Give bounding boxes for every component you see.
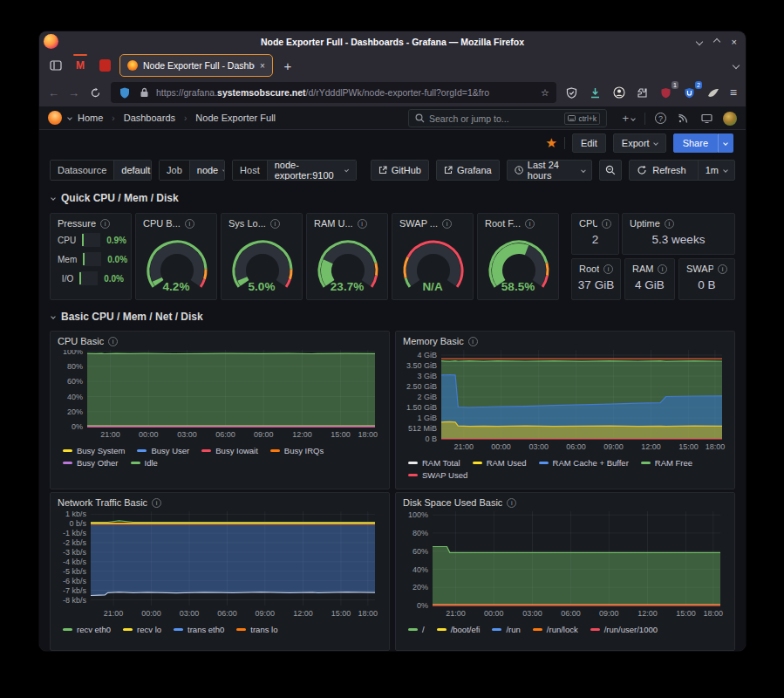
menu-icon[interactable]: ≡: [730, 86, 737, 99]
new-button[interactable]: +: [622, 112, 635, 125]
job-picker[interactable]: Job node: [159, 160, 225, 181]
info-icon[interactable]: i: [603, 264, 613, 274]
password-manager-icon[interactable]: 1: [659, 86, 673, 99]
host-value: node-exporter:9100: [275, 160, 341, 181]
info-icon[interactable]: i: [665, 219, 674, 229]
info-icon[interactable]: i: [270, 219, 280, 229]
refresh-interval-dropdown[interactable]: 1m: [698, 161, 734, 180]
external-link-icon: [444, 166, 453, 174]
info-icon[interactable]: i: [185, 219, 194, 229]
forward-button[interactable]: →: [68, 86, 79, 99]
legend-item[interactable]: RAM Cache + Buffer: [539, 458, 629, 468]
legend-item[interactable]: Busy System: [63, 446, 125, 455]
time-series-chart[interactable]: 100%80%60%40%20%0%21:0000:0003:0006:0009…: [51, 348, 389, 444]
legend-item[interactable]: /: [408, 625, 425, 634]
svg-text:21:00: 21:00: [100, 430, 120, 439]
info-icon[interactable]: i: [468, 337, 478, 346]
legend-item[interactable]: SWAP Used: [408, 470, 467, 480]
active-tab[interactable]: Node Exporter Full - Dashbo ×: [119, 54, 273, 77]
time-series-chart[interactable]: 1 kb/s0 b/s-1 kb/s-2 kb/s-3 kb/s-4 kb/s-…: [51, 510, 389, 623]
breadcrumb-home[interactable]: Home: [78, 113, 103, 123]
reload-button[interactable]: [88, 86, 102, 99]
new-tab-button[interactable]: +: [278, 58, 297, 73]
github-link-button[interactable]: GitHub: [371, 160, 429, 181]
news-rss-icon[interactable]: [676, 112, 690, 126]
time-range-picker[interactable]: Last 24 hours: [507, 160, 593, 181]
nav-expand-icon[interactable]: [67, 115, 72, 120]
legend-item[interactable]: RAM Free: [641, 458, 692, 468]
legend-item[interactable]: Idle: [131, 458, 158, 468]
info-icon[interactable]: i: [442, 219, 452, 229]
datasource-picker[interactable]: Datasource default: [50, 160, 152, 181]
close-window-icon[interactable]: ×: [732, 38, 737, 47]
downloads-icon[interactable]: [589, 86, 603, 99]
legend-item[interactable]: Busy IRQs: [270, 446, 324, 455]
bookmark-star-icon[interactable]: ☆: [541, 87, 549, 99]
share-button[interactable]: Share: [673, 133, 718, 153]
export-button[interactable]: Export: [613, 133, 666, 153]
legend-item[interactable]: recv eth0: [63, 625, 111, 634]
time-series-chart[interactable]: 4 GiB3.50 GiB3 GiB2.50 GiB2 GiB1.50 GiB1…: [396, 348, 734, 456]
time-series-chart[interactable]: 100%80%60%40%20%0%21:0000:0003:0006:0009…: [396, 510, 734, 623]
info-icon[interactable]: i: [100, 219, 110, 229]
search-input[interactable]: Search or jump to... ctrl+k: [408, 109, 607, 127]
info-icon[interactable]: i: [108, 337, 118, 346]
pinned-tab-gmail[interactable]: M: [71, 56, 90, 75]
ublock-icon[interactable]: 2: [683, 86, 697, 99]
legend-item[interactable]: Busy Other: [63, 458, 119, 468]
url-bar[interactable]: https://grafana.systemsobscure.net/d/rYd…: [111, 82, 556, 103]
svg-text:18:00: 18:00: [358, 430, 378, 439]
grey-extension-icon[interactable]: [706, 86, 720, 99]
legend-item[interactable]: trans lo: [236, 625, 277, 634]
tracking-shield-icon[interactable]: [118, 86, 132, 99]
info-icon[interactable]: i: [525, 219, 535, 229]
window-titlebar[interactable]: Node Exporter Full - Dashboards - Grafan…: [39, 31, 746, 52]
legend-item[interactable]: /boot/efi: [437, 625, 481, 634]
legend-item[interactable]: Busy Iowait: [201, 446, 258, 455]
info-icon[interactable]: i: [152, 498, 161, 508]
protections-icon[interactable]: [565, 86, 579, 99]
minimize-icon[interactable]: [695, 38, 702, 45]
info-icon[interactable]: i: [507, 498, 516, 508]
list-tabs-icon[interactable]: [733, 62, 740, 69]
help-icon[interactable]: ?: [655, 113, 666, 124]
info-icon[interactable]: i: [358, 219, 367, 229]
back-button[interactable]: ←: [48, 86, 59, 99]
legend-item[interactable]: Busy User: [137, 446, 189, 455]
tab-close-icon[interactable]: ×: [260, 61, 265, 71]
pinned-tab-red-app[interactable]: [95, 56, 114, 75]
refresh-button[interactable]: Refresh: [630, 161, 693, 180]
section-quick-cpu[interactable]: Quick CPU / Mem / Disk: [51, 192, 179, 204]
breadcrumb-dashboards[interactable]: Dashboards: [124, 113, 175, 123]
section-basic[interactable]: Basic CPU / Mem / Net / Disk: [51, 311, 203, 323]
zoom-out-button[interactable]: [599, 160, 622, 181]
legend-item[interactable]: /run/lock: [533, 625, 578, 634]
edit-button[interactable]: Edit: [572, 133, 606, 153]
account-icon[interactable]: [612, 86, 626, 99]
panel-title: Root F...: [485, 218, 521, 229]
display-kiosk-icon[interactable]: [699, 112, 713, 126]
legend-item[interactable]: RAM Used: [473, 458, 527, 468]
lock-icon[interactable]: [137, 86, 151, 99]
firefox-view-icon[interactable]: [46, 56, 65, 75]
panel-title: CPU Cores: [579, 218, 597, 229]
grafana-logo-icon[interactable]: [48, 111, 62, 125]
host-picker[interactable]: Host node-exporter:9100: [232, 160, 357, 181]
share-dropdown-button[interactable]: [718, 133, 733, 153]
svg-text:0 B: 0 B: [425, 435, 437, 443]
legend-item[interactable]: /run/user/1000: [590, 625, 658, 634]
legend-item[interactable]: trans eth0: [174, 625, 224, 634]
maximize-icon[interactable]: [712, 38, 719, 45]
legend-item[interactable]: /run: [492, 625, 520, 634]
panel-title: SWAP Total: [686, 263, 713, 274]
legend-item[interactable]: recv lo: [123, 625, 161, 634]
info-icon[interactable]: i: [718, 264, 727, 274]
info-icon[interactable]: i: [658, 264, 667, 274]
legend-item[interactable]: RAM Total: [408, 458, 460, 468]
extensions-puzzle-icon[interactable]: [636, 86, 650, 99]
svg-text:15:00: 15:00: [676, 609, 696, 618]
user-avatar[interactable]: [723, 112, 737, 126]
grafana-link-button[interactable]: Grafana: [436, 160, 500, 181]
info-icon[interactable]: i: [602, 219, 611, 229]
favorite-star-icon[interactable]: ★: [545, 135, 556, 151]
